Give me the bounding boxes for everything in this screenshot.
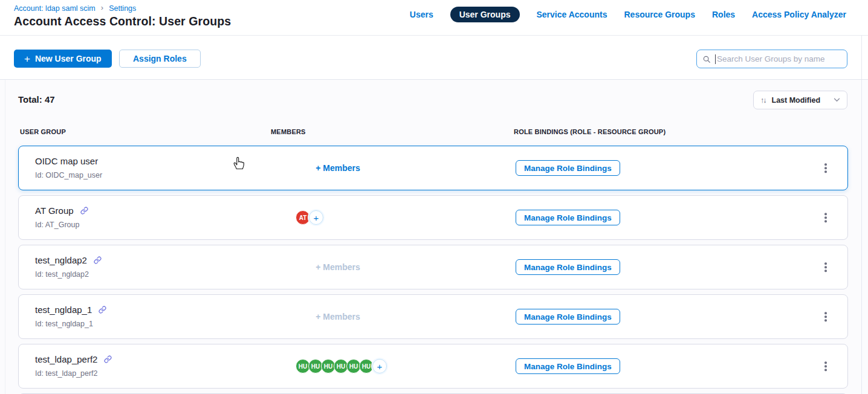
sort-dropdown[interactable]: ↑↓ Last Modified [753, 91, 847, 109]
panel-left-edge [5, 80, 5, 394]
tab-roles[interactable]: Roles [712, 10, 735, 19]
link-icon [104, 355, 112, 363]
chevron-down-icon [834, 98, 840, 102]
row-menu-button[interactable] [821, 259, 830, 275]
sort-label: Last Modified [772, 96, 829, 105]
user-group-id: Id: AT_Group [35, 221, 88, 229]
add-members-link: + Members [316, 312, 360, 321]
add-members-link[interactable]: + Members [316, 163, 360, 173]
user-group-name-cell: test_ngldap2 Id: test_ngldap2 [35, 255, 102, 279]
manage-role-bindings-button[interactable]: Manage Role Bindings [516, 210, 620, 225]
user-group-name[interactable]: test_ngldap_1 [35, 305, 92, 315]
breadcrumb: Account: ldap saml scim › Settings [14, 4, 136, 13]
link-icon [80, 207, 88, 215]
row-menu-button[interactable] [821, 160, 830, 176]
manage-role-bindings-button[interactable]: Manage Role Bindings [516, 358, 620, 374]
add-members-link: + Members [316, 262, 360, 272]
header-divider [0, 35, 868, 36]
tab-access-policy-analyzer[interactable]: Access Policy Analyzer [752, 10, 846, 19]
tab-resource-groups[interactable]: Resource Groups [624, 10, 695, 19]
user-group-name-cell: test_ldap_perf2 Id: test_ldap_perf2 [35, 354, 112, 378]
row-menu-button[interactable] [821, 358, 830, 374]
user-group-id: Id: test_ngldap2 [35, 270, 102, 279]
tab-user-groups[interactable]: User Groups [450, 7, 520, 22]
row-menu-button[interactable] [821, 210, 830, 225]
member-avatar[interactable]: HU [359, 359, 374, 373]
add-member-button[interactable]: + [372, 359, 387, 373]
manage-role-bindings-button[interactable]: Manage Role Bindings [516, 160, 620, 176]
members-cell: + Members [290, 245, 386, 289]
plus-icon: + [24, 54, 30, 64]
tab-bar: UsersUser GroupsService AccountsResource… [410, 7, 846, 22]
new-user-group-button[interactable]: + New User Group [14, 50, 112, 68]
column-header-role-bindings: ROLE BINDINGS (ROLE - RESOURCE GROUP) [514, 128, 666, 135]
user-group-name[interactable]: test_ngldap2 [35, 255, 87, 265]
members-cell: + Members [290, 146, 386, 190]
user-group-id: Id: OIDC_map_user [35, 171, 102, 179]
manage-role-bindings-button[interactable]: Manage Role Bindings [516, 259, 620, 275]
user-group-row[interactable]: test_ngldap2 Id: test_ngldap2 + Members … [18, 245, 848, 289]
user-group-row[interactable]: test_ldap_perf2 Id: test_ldap_perf2 HUHU… [18, 344, 848, 389]
assign-roles-label: Assign Roles [133, 54, 187, 63]
search-icon [702, 55, 711, 63]
new-user-group-label: New User Group [35, 54, 102, 63]
user-group-row[interactable]: AT Group Id: AT_Group AT+ Manage Role Bi… [18, 195, 848, 240]
chevron-right-icon: › [101, 4, 103, 13]
row-menu-button[interactable] [821, 309, 830, 325]
column-header-members: MEMBERS [271, 128, 306, 135]
members-cell: AT+ [290, 196, 398, 239]
breadcrumb-settings-link[interactable]: Settings [109, 4, 136, 13]
tab-service-accounts[interactable]: Service Accounts [537, 10, 607, 19]
user-group-id: Id: test_ngldap_1 [35, 320, 106, 328]
user-group-name[interactable]: AT Group [35, 205, 74, 216]
scrollbar-line[interactable] [861, 36, 862, 394]
user-group-name[interactable]: test_ldap_perf2 [35, 354, 97, 364]
user-group-list: OIDC map user Id: OIDC_map_user + Member… [18, 146, 848, 393]
user-group-row[interactable]: OIDC map user Id: OIDC_map_user + Member… [18, 146, 848, 190]
assign-roles-button[interactable]: Assign Roles [119, 50, 201, 68]
search-box[interactable] [696, 50, 847, 68]
manage-role-bindings-button[interactable]: Manage Role Bindings [516, 309, 620, 325]
members-cell: HUHUHUHUHUHU+ [290, 344, 398, 388]
tab-users[interactable]: Users [410, 10, 433, 19]
user-group-name[interactable]: OIDC map user [35, 156, 98, 166]
user-group-name-cell: test_ngldap_1 Id: test_ngldap_1 [35, 305, 106, 328]
link-icon [94, 256, 102, 264]
user-group-name-cell: AT Group Id: AT_Group [35, 205, 88, 229]
add-member-button[interactable]: + [309, 210, 323, 225]
column-header-user-group: USER GROUP [20, 128, 66, 135]
member-avatar[interactable]: AT [296, 210, 310, 225]
user-group-id: Id: test_ldap_perf2 [35, 369, 112, 378]
user-group-name-cell: OIDC map user Id: OIDC_map_user [35, 156, 102, 179]
total-count: Total: 47 [18, 94, 55, 105]
user-group-row[interactable]: test_ngldap_1 Id: test_ngldap_1 + Member… [18, 294, 848, 339]
members-cell: + Members [290, 295, 386, 338]
page-title: Account Access Control: User Groups [14, 15, 231, 28]
sort-icon: ↑↓ [760, 96, 767, 105]
link-icon [99, 306, 106, 314]
search-input[interactable] [716, 54, 841, 63]
toolbar-divider [0, 79, 868, 80]
breadcrumb-account-link[interactable]: Account: ldap saml scim [14, 4, 96, 13]
